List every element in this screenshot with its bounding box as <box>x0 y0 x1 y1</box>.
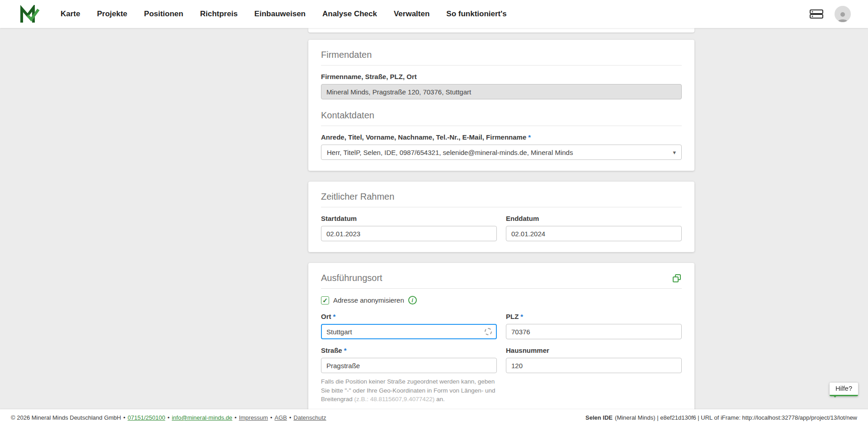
ort-input[interactable] <box>321 324 497 339</box>
form-column: Firmendaten Firmenname, Straße, PLZ, Ort… <box>308 28 694 409</box>
nav-item-projekte[interactable]: Projekte <box>97 9 127 19</box>
nav-item-einbauweisen[interactable]: Einbauweisen <box>255 9 306 19</box>
mineral-minds-logo[interactable] <box>20 5 40 23</box>
main-content: Firmendaten Firmenname, Straße, PLZ, Ort… <box>0 28 868 409</box>
anonymize-label: Adresse anonymisieren <box>333 296 404 304</box>
copy-address-button[interactable] <box>672 273 682 283</box>
footer-email-link[interactable]: info@mineral-minds.de <box>172 414 232 421</box>
anonymize-row: ✓ Adresse anonymisieren i <box>321 296 682 304</box>
footer-agb-link[interactable]: AGB <box>274 414 287 421</box>
copyright-text: © 2026 Mineral Minds Deutschland GmbH <box>11 414 121 421</box>
startdatum-group: Startdatum <box>321 215 497 241</box>
enddatum-label: Enddatum <box>506 215 682 222</box>
ausfuehrungsort-title: Ausführungsort <box>321 273 382 283</box>
footer-phone-link[interactable]: 07151/250100 <box>127 414 165 421</box>
strasse-input[interactable] <box>321 358 497 373</box>
nav-items: Karte Projekte Positionen Richtpreis Ein… <box>61 9 507 19</box>
footer-session-info: (Mineral Minds) | e8ef21d130f6 | URL of … <box>615 414 857 421</box>
kontakt-label-text: Anrede, Titel, Vorname, Nachname, Tel.-N… <box>321 133 526 141</box>
footer: © 2026 Mineral Minds Deutschland GmbH • … <box>0 409 868 426</box>
divider <box>321 65 682 66</box>
ort-label: Ort* <box>321 313 497 320</box>
nav-item-positionen[interactable]: Positionen <box>144 9 184 19</box>
kontakt-select[interactable]: Herr, TitelP, Selen, IDE, 0987/654321, s… <box>321 145 682 160</box>
nav-item-verwalten[interactable]: Verwalten <box>394 9 429 19</box>
strasse-label: Straße* <box>321 346 497 354</box>
zeitlicher-rahmen-card: Zeitlicher Rahmen Startdatum Enddatum <box>308 182 694 252</box>
footer-impressum-link[interactable]: Impressum <box>239 414 268 421</box>
loading-spinner-icon <box>485 328 492 335</box>
chevron-down-icon: ▾ <box>673 149 676 156</box>
strasse-group: Straße* Falls die Position keiner Straße… <box>321 346 497 404</box>
nav-item-analyse-check[interactable]: Analyse Check <box>322 9 377 19</box>
firmenname-input <box>321 84 682 99</box>
required-marker: * <box>520 313 523 320</box>
kontaktdaten-title: Kontaktdaten <box>321 110 682 121</box>
divider <box>321 288 682 289</box>
zeitlicher-rahmen-title: Zeitlicher Rahmen <box>321 192 682 202</box>
required-marker: * <box>528 133 531 141</box>
server-icon[interactable] <box>809 9 824 19</box>
enddatum-input[interactable] <box>506 226 682 241</box>
kontakt-label: Anrede, Titel, Vorname, Nachname, Tel.-N… <box>321 133 682 141</box>
footer-left: © 2026 Mineral Minds Deutschland GmbH • … <box>11 414 326 421</box>
startdatum-input[interactable] <box>321 226 497 241</box>
help-button[interactable]: Hilfe? <box>830 383 858 396</box>
hausnummer-label: Hausnummer <box>506 346 682 354</box>
topbar-right <box>809 6 851 22</box>
previous-card-partial <box>308 28 694 33</box>
required-marker: * <box>333 313 336 320</box>
firmenname-label: Firmenname, Straße, PLZ, Ort <box>321 73 682 80</box>
firmendaten-card: Firmendaten Firmenname, Straße, PLZ, Ort… <box>308 40 694 171</box>
kontakt-select-value: Herr, TitelP, Selen, IDE, 0987/654321, s… <box>327 149 573 156</box>
nav-item-richtpreis[interactable]: Richtpreis <box>200 9 237 19</box>
plz-label: PLZ* <box>506 313 682 320</box>
footer-right: Selen IDE (Mineral Minds) | e8ef21d130f6… <box>585 414 857 421</box>
info-icon[interactable]: i <box>408 296 417 304</box>
required-marker: * <box>344 346 347 354</box>
hint-example: (z.B.: 48.8115607,9.4077422) <box>354 396 435 403</box>
nav-item-karte[interactable]: Karte <box>61 9 80 19</box>
ausfuehrungsort-card: Ausführungsort ✓ Adresse anonymisieren <box>308 263 694 409</box>
copy-icon <box>672 273 682 283</box>
anonymize-checkbox[interactable]: ✓ <box>321 296 329 304</box>
strasse-hint: Falls die Position keiner Straße zugeord… <box>321 377 497 404</box>
logo-icon <box>20 5 40 23</box>
enddatum-group: Enddatum <box>506 215 682 241</box>
top-nav: Karte Projekte Positionen Richtpreis Ein… <box>0 0 868 28</box>
firmendaten-title: Firmendaten <box>321 50 682 60</box>
divider <box>321 126 682 126</box>
startdatum-label: Startdatum <box>321 215 497 222</box>
hausnummer-input[interactable] <box>506 358 682 373</box>
divider <box>321 207 682 207</box>
ort-group: Ort* <box>321 313 497 339</box>
footer-datenschutz-link[interactable]: Datenschutz <box>293 414 326 421</box>
checkmark-icon: ✓ <box>322 297 328 304</box>
page: Karte Projekte Positionen Richtpreis Ein… <box>0 0 868 426</box>
plz-group: PLZ* <box>506 313 682 339</box>
hausnummer-group: Hausnummer <box>506 346 682 404</box>
footer-user-info: Selen IDE <box>585 414 613 421</box>
plz-input[interactable] <box>506 324 682 339</box>
nav-item-so-funktionierts[interactable]: So funktioniert's <box>446 9 506 19</box>
user-avatar[interactable] <box>835 6 851 22</box>
